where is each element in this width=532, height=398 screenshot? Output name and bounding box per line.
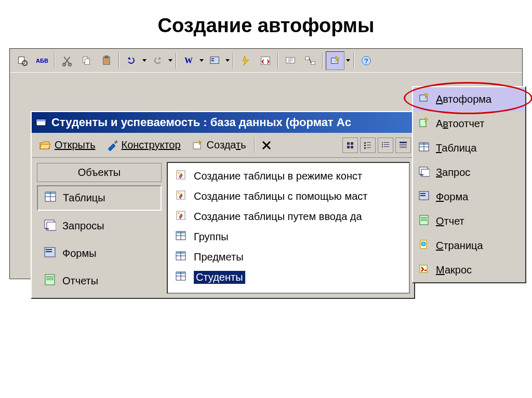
analyze-button[interactable]: [236, 51, 255, 70]
list-item[interactable]: Создание таблицы в режиме конст: [173, 166, 404, 186]
menu-label: Автоформа: [436, 93, 491, 105]
delete-button[interactable]: [259, 135, 274, 155]
spellcheck-button[interactable]: АБВ: [33, 51, 51, 70]
clipboard-icon: [101, 55, 112, 66]
svg-rect-19: [420, 119, 426, 127]
object-label: Таблицы: [63, 192, 105, 204]
menu-label: Отчет: [436, 215, 464, 227]
open-button[interactable]: Открыть: [35, 135, 100, 155]
large-icons-view[interactable]: [342, 138, 358, 153]
list-item[interactable]: Предметы: [173, 247, 404, 267]
menu-item-page[interactable]: Страница: [413, 234, 525, 258]
copy-button[interactable]: [77, 51, 96, 70]
table-icon: [44, 190, 57, 205]
list-item[interactable]: Создание таблицы с помощью маст: [173, 186, 404, 207]
wizard-icon: [175, 210, 187, 224]
svg-rect-46: [367, 145, 371, 145]
list-item[interactable]: Создание таблицы путем ввода да: [173, 207, 404, 227]
code-button[interactable]: [256, 51, 275, 70]
menu-label: Страница: [436, 240, 483, 252]
svg-rect-56: [400, 144, 407, 145]
design-button[interactable]: Конструктор: [102, 135, 185, 155]
list-item[interactable]: Группы: [173, 227, 404, 247]
menu-item-macro[interactable]: Макрос: [413, 258, 525, 282]
svg-rect-58: [400, 147, 407, 148]
new-object-icon: [329, 55, 341, 66]
relationships-button[interactable]: [301, 51, 320, 70]
svg-rect-41: [347, 146, 350, 148]
new-object-button[interactable]: [326, 51, 344, 70]
help-icon: ?: [361, 55, 372, 66]
svg-rect-27: [420, 193, 425, 194]
svg-rect-8: [210, 57, 219, 63]
autoform-icon: [418, 92, 430, 106]
separator: [254, 138, 255, 153]
slide-title: Создание автоформы: [0, 0, 532, 48]
menu-label: Форма: [436, 191, 468, 203]
word-link-button[interactable]: W: [179, 51, 198, 70]
menu-label: Запрос: [436, 167, 470, 179]
page-icon: [418, 239, 430, 253]
object-category-query[interactable]: Запросы: [37, 214, 162, 238]
form-view-button[interactable]: [205, 51, 224, 70]
menu-label: Макрос: [436, 264, 472, 276]
svg-text:?: ?: [364, 57, 368, 64]
svg-point-77: [178, 212, 180, 214]
svg-rect-47: [364, 147, 366, 149]
table-icon: [418, 141, 430, 155]
object-category-report[interactable]: Отчеты: [37, 269, 162, 293]
svg-rect-49: [382, 142, 383, 143]
print-preview-button[interactable]: [13, 51, 32, 70]
db-icon: [36, 117, 47, 128]
open-icon: [39, 140, 51, 151]
svg-point-3: [69, 63, 72, 66]
undo-dropdown[interactable]: [142, 59, 147, 62]
details-view[interactable]: [395, 138, 411, 153]
copy-icon: [81, 55, 92, 66]
list-view[interactable]: [378, 138, 393, 153]
objects-header: Объекты: [37, 163, 162, 182]
menu-item-autoreport[interactable]: Автоотчет: [413, 112, 525, 136]
create-icon: [191, 140, 204, 151]
create-button[interactable]: Создать: [187, 135, 250, 155]
object-label: Запросы: [62, 220, 104, 232]
properties-button[interactable]: [281, 51, 300, 70]
menu-item-report[interactable]: Отчет: [413, 209, 525, 234]
svg-rect-14: [311, 61, 315, 64]
separator: [54, 53, 55, 68]
svg-rect-52: [384, 144, 389, 145]
menu-item-table[interactable]: Таблица: [413, 136, 525, 160]
menu-item-form[interactable]: Форма: [413, 185, 525, 209]
help-button[interactable]: ?: [357, 51, 376, 70]
undo-button[interactable]: [122, 51, 141, 70]
cut-button[interactable]: [58, 51, 76, 70]
svg-rect-37: [36, 119, 46, 121]
database-window: Студенты и успеваемость : база данных (ф…: [31, 111, 415, 299]
autoreport-icon: [418, 117, 430, 131]
svg-rect-53: [382, 146, 383, 147]
svg-rect-54: [384, 146, 389, 147]
wizard-icon: [175, 189, 187, 203]
word-dropdown[interactable]: [199, 59, 204, 62]
db-titlebar[interactable]: Студенты и успеваемость : база данных (ф…: [32, 112, 414, 133]
list-item-label: Создание таблицы путем ввода да: [194, 211, 362, 223]
menu-item-query[interactable]: Запрос: [413, 160, 525, 185]
small-icons-view[interactable]: [360, 138, 376, 153]
svg-rect-51: [382, 144, 383, 145]
form-dropdown[interactable]: [225, 59, 230, 62]
menu-item-autoform[interactable]: Автоформа: [413, 87, 525, 112]
separator: [118, 53, 119, 68]
redo-button[interactable]: [148, 51, 167, 70]
form-icon: [209, 55, 220, 66]
paste-button[interactable]: [97, 51, 116, 70]
menu-label: Таблица: [436, 142, 476, 154]
new-object-dropdown[interactable]: [345, 59, 351, 62]
list-item[interactable]: Студенты: [173, 267, 404, 287]
redo-dropdown[interactable]: [168, 59, 173, 62]
object-category-form[interactable]: Формы: [37, 241, 162, 266]
object-category-table[interactable]: Таблицы: [37, 185, 162, 211]
svg-rect-0: [19, 57, 24, 63]
svg-rect-28: [420, 195, 425, 196]
svg-rect-5: [85, 59, 89, 64]
svg-rect-39: [347, 142, 350, 145]
